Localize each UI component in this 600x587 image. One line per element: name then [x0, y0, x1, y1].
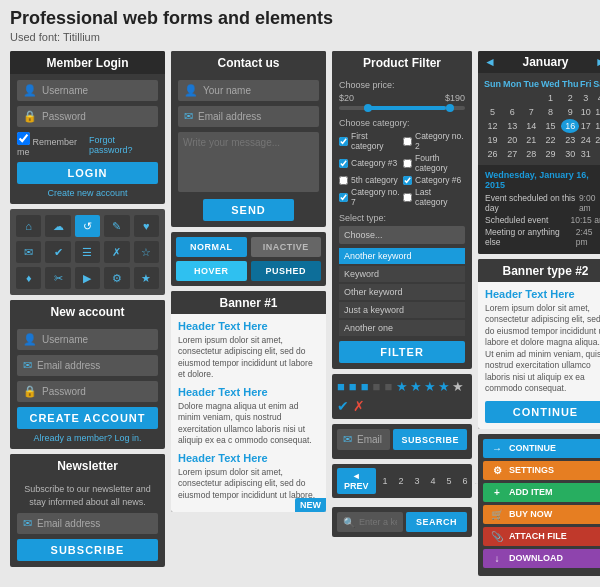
new-email-input[interactable]	[37, 360, 152, 371]
cal-cell[interactable]: 26	[483, 147, 502, 161]
page-4[interactable]: 4	[427, 474, 440, 488]
hover-button[interactable]: HOVER	[176, 261, 247, 281]
newsletter-email-row[interactable]: ✉	[17, 513, 158, 534]
new-password-row[interactable]: 🔒	[17, 381, 158, 402]
icon-gear[interactable]: ⚙	[104, 267, 129, 289]
cal-cell[interactable]: 25	[592, 133, 600, 147]
cal-cell[interactable]: 9	[561, 105, 579, 119]
normal-button[interactable]: NORMAL	[176, 237, 247, 257]
cal-cell[interactable]: 1	[540, 91, 561, 105]
username-input[interactable]	[42, 85, 152, 96]
cal-cell[interactable]: 20	[502, 133, 523, 147]
cal-cell[interactable]: 10	[579, 105, 592, 119]
contact-email-input[interactable]	[198, 111, 313, 122]
cal-next-button[interactable]: ►	[595, 55, 600, 69]
star-5[interactable]: ★	[452, 379, 464, 394]
continue-side-button[interactable]: → CONTINUE	[483, 439, 600, 458]
icon-home[interactable]: ⌂	[16, 215, 41, 237]
continue-button[interactable]: CONTINUE	[485, 401, 600, 423]
cal-cell[interactable]: 17	[579, 119, 592, 133]
email-sub-input-row[interactable]: ✉	[337, 429, 390, 450]
new-username-input[interactable]	[42, 334, 152, 345]
settings-side-button[interactable]: ⚙ SETTINGS	[483, 461, 600, 480]
star-2[interactable]: ★	[410, 379, 422, 394]
keyword-4[interactable]: Just a keyword	[339, 302, 465, 318]
send-button[interactable]: SEND	[203, 199, 294, 221]
cal-cell[interactable]: 3	[579, 91, 592, 105]
el-icon-4[interactable]: ■	[373, 379, 381, 394]
icon-refresh[interactable]: ↺	[75, 215, 100, 237]
icon-play[interactable]: ▶	[75, 267, 100, 289]
cal-cell[interactable]: 13	[502, 119, 523, 133]
icon-star-outline[interactable]: ☆	[134, 241, 159, 263]
attach-file-side-button[interactable]: 📎 ATTACH FILE	[483, 527, 600, 546]
cal-cell[interactable]	[592, 147, 600, 161]
cal-cell-today[interactable]: 16	[561, 119, 579, 133]
el-icon-1[interactable]: ■	[337, 379, 345, 394]
keyword-5[interactable]: Another one	[339, 320, 465, 336]
cal-cell[interactable]: 27	[502, 147, 523, 161]
icon-edit[interactable]: ✎	[104, 215, 129, 237]
cal-cell[interactable]	[483, 91, 502, 105]
icon-diamond[interactable]: ♦	[16, 267, 41, 289]
forgot-link[interactable]: Forgot password?	[89, 135, 158, 155]
login-link[interactable]: Already a member? Log in.	[17, 433, 158, 443]
cal-cell[interactable]	[523, 91, 540, 105]
login-button[interactable]: LOGIN	[17, 162, 158, 184]
username-row[interactable]: 👤	[17, 80, 158, 101]
icon-close[interactable]: ✗	[104, 241, 129, 263]
cal-cell[interactable]	[502, 91, 523, 105]
cal-cell[interactable]: 18	[592, 119, 600, 133]
contact-name-row[interactable]: 👤	[178, 80, 319, 101]
cal-cell[interactable]: 6	[502, 105, 523, 119]
search-input[interactable]	[359, 517, 397, 527]
cal-cell[interactable]: 29	[540, 147, 561, 161]
page-6[interactable]: 6	[459, 474, 472, 488]
remember-label[interactable]: Remember me	[17, 132, 89, 157]
create-account-button[interactable]: CREATE ACCOUNT	[17, 407, 158, 429]
remember-checkbox[interactable]	[17, 132, 30, 145]
icon-cloud[interactable]: ☁	[45, 215, 70, 237]
cal-cell[interactable]: 8	[540, 105, 561, 119]
slider-thumb-left[interactable]	[364, 104, 372, 112]
search-button[interactable]: SEARCH	[406, 512, 467, 532]
cal-cell[interactable]: 22	[540, 133, 561, 147]
page-2[interactable]: 2	[395, 474, 408, 488]
buy-now-side-button[interactable]: 🛒 BUY NOW	[483, 505, 600, 524]
el-icon-3[interactable]: ■	[361, 379, 369, 394]
cat-cb-4[interactable]	[403, 159, 412, 168]
cal-cell[interactable]: 7	[523, 105, 540, 119]
subscribe-email-button[interactable]: SUBSCRIBE	[393, 429, 467, 450]
cal-cell[interactable]: 12	[483, 119, 502, 133]
subscribe-button[interactable]: SUBSCRIBE	[17, 539, 158, 561]
cal-cell[interactable]: 5	[483, 105, 502, 119]
cal-cell[interactable]: 4	[592, 91, 600, 105]
contact-message-textarea[interactable]	[178, 132, 319, 192]
password-row[interactable]: 🔒	[17, 106, 158, 127]
cal-prev-button[interactable]: ◄	[484, 55, 496, 69]
cat-cb-6[interactable]	[403, 176, 412, 185]
cal-cell[interactable]: 11	[592, 105, 600, 119]
icon-menu[interactable]: ☰	[75, 241, 100, 263]
star-3[interactable]: ★	[424, 379, 436, 394]
keyword-3[interactable]: Other keyword	[339, 284, 465, 300]
cat-cb-7[interactable]	[339, 193, 348, 202]
page-5[interactable]: 5	[443, 474, 456, 488]
add-item-side-button[interactable]: + ADD ITEM	[483, 483, 600, 502]
slider-thumb-right[interactable]	[446, 104, 454, 112]
page-3[interactable]: 3	[411, 474, 424, 488]
cat-cb-5[interactable]	[339, 176, 348, 185]
contact-name-input[interactable]	[203, 85, 313, 96]
cal-cell[interactable]: 15	[540, 119, 561, 133]
cal-cell[interactable]: 31	[579, 147, 592, 161]
icon-check[interactable]: ✔	[45, 241, 70, 263]
cal-cell[interactable]: 14	[523, 119, 540, 133]
password-input[interactable]	[42, 111, 152, 122]
download-side-button[interactable]: ↓ DOWNLOAD	[483, 549, 600, 568]
icon-star-filled[interactable]: ★	[134, 267, 159, 289]
icon-mail[interactable]: ✉	[16, 241, 41, 263]
cal-cell[interactable]: 28	[523, 147, 540, 161]
cat-cb-8[interactable]	[403, 193, 412, 202]
price-slider[interactable]	[339, 106, 465, 110]
cal-cell[interactable]: 30	[561, 147, 579, 161]
